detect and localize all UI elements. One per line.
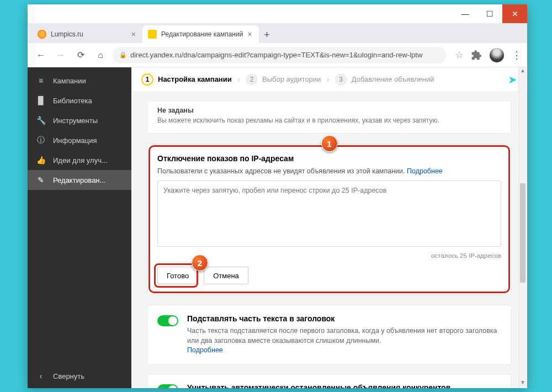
menu-icon: ≡ [36,76,45,85]
close-tab-icon[interactable]: × [247,30,252,39]
ip-block-card: Отключение показов по IP-адресам Пользов… [147,144,512,295]
thumbs-up-icon: 👍 [36,156,45,165]
main-area: 1Настройка кампании › 2Выбор аудитории ›… [131,67,527,388]
forward-button[interactable]: → [53,47,68,63]
toggle-title: Учитывать автоматически остановленные об… [187,383,450,389]
library-icon: ▉ [36,96,45,105]
close-tab-icon[interactable]: × [131,30,136,39]
done-button[interactable]: Готово [157,267,198,284]
tab-lumpics[interactable]: Lumpics.ru × [32,25,142,43]
chevron-right-icon: › [326,75,329,84]
collapse-label: Свернуть [53,372,84,380]
prev-section-card: Не заданы Вы можете исключить показ рекл… [147,100,512,134]
sidebar: ≡Кампании ▉Библиотека 🔧Инструменты ⓘИнфо… [28,67,131,388]
toggle-substitute-text: Подставлять часть текста в заголовок Час… [147,305,512,365]
ip-block-title: Отключение показов по IP-адресам [157,154,501,163]
cancel-button[interactable]: Отмена [204,267,248,284]
remain-label: осталось 25 IP-адресов [157,252,501,259]
back-button[interactable]: ← [33,47,49,63]
browser-tabs: Lumpics.ru × Редактирование кампаний × + [28,23,527,43]
window-titlebar: — ☐ ✕ [28,4,527,23]
toggle-switch[interactable] [157,384,178,389]
sidebar-item-label: Редактирован... [53,176,105,184]
step-3[interactable]: 3Добавление объявлений [335,73,434,86]
prev-desc: Вы можете исключить показ рекламы на сай… [157,116,501,124]
sidebar-item-label: Информация [53,136,97,145]
favicon-icon [148,30,157,39]
bookmark-icon[interactable]: ☆ [455,50,463,60]
toggle-switch[interactable] [157,315,178,326]
address-row: ← → ⟳ ⌂ 🔒 direct.yandex.ru/dna/campaigns… [28,43,527,67]
sidebar-item-library[interactable]: ▉Библиотека [28,91,131,110]
toggle-desc: Часть текста подставляется после первого… [187,326,501,356]
menu-icon[interactable]: ⋮ [512,49,522,61]
home-button[interactable]: ⌂ [93,47,108,63]
info-icon: ⓘ [36,136,45,145]
sidebar-item-info[interactable]: ⓘИнформация [28,130,131,150]
toggle-competitor-ads: Учитывать автоматически остановленные об… [147,374,512,389]
new-tab-button[interactable]: + [259,27,275,43]
sidebar-collapse[interactable]: ‹Свернуть [28,364,131,388]
wrench-icon: 🔧 [36,116,45,125]
tab-editing[interactable]: Редактирование кампаний × [142,25,259,43]
avatar[interactable] [490,48,504,62]
chevron-right-icon: › [237,75,240,84]
sidebar-item-campaigns[interactable]: ≡Кампании [28,71,131,91]
sidebar-item-label: Инструменты [53,116,98,125]
steps-bar: 1Настройка кампании › 2Выбор аудитории ›… [131,67,527,92]
sidebar-item-ideas[interactable]: 👍Идеи для улуч... [28,150,131,170]
url-text: direct.yandex.ru/dna/campaigns-edit?camp… [130,51,422,59]
address-bar[interactable]: 🔒 direct.yandex.ru/dna/campaigns-edit?ca… [113,47,447,63]
sidebar-item-label: Кампании [53,77,86,85]
more-link[interactable]: Подробнее [187,346,223,354]
lock-icon: 🔒 [119,51,127,59]
callout-badge-2: 2 [192,255,208,271]
maximize-button[interactable]: ☐ [477,4,502,23]
sidebar-item-label: Идеи для улуч... [53,156,108,165]
scrollbar-thumb[interactable] [520,183,526,283]
ip-textarea[interactable] [157,181,501,247]
send-icon[interactable]: ➤ [508,73,517,86]
close-button[interactable]: ✕ [502,4,527,23]
extension-icon[interactable] [471,50,482,61]
step-2[interactable]: 2Выбор аудитории [246,73,321,86]
toggle-title: Подставлять часть текста в заголовок [187,314,501,323]
more-link[interactable]: Подробнее [407,167,443,175]
tab-title: Lumpics.ru [51,30,83,38]
scrollbar[interactable]: ▲ ▼ [518,67,527,388]
pencil-icon: ✎ [36,176,45,184]
scroll-down-icon[interactable]: ▼ [519,379,527,388]
reload-button[interactable]: ⟳ [73,47,88,63]
prev-title: Не заданы [157,107,501,114]
sidebar-item-tools[interactable]: 🔧Инструменты [28,110,131,130]
chevron-left-icon: ‹ [36,372,45,380]
sidebar-item-editing[interactable]: ✎Редактирован... [28,170,131,190]
scroll-up-icon[interactable]: ▲ [519,67,527,76]
sidebar-item-label: Библиотека [53,97,92,105]
minimize-button[interactable]: — [453,4,477,23]
ip-block-desc: Пользователи с указанных адресов не увид… [157,167,501,175]
favicon-icon [38,30,46,39]
tab-title: Редактирование кампаний [161,30,243,38]
callout-badge-1: 1 [321,135,338,152]
step-1[interactable]: 1Настройка кампании [141,73,232,86]
